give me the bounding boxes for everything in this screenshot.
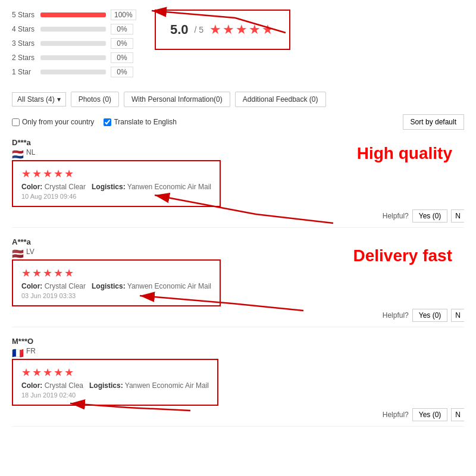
helpful-text: Helpful? bbox=[383, 212, 409, 220]
options-row: Only from your country Translate to Engl… bbox=[12, 114, 464, 130]
sort-button[interactable]: Sort by default bbox=[403, 114, 464, 130]
review-stars: ★★★★★ bbox=[21, 366, 209, 379]
rating-out-of: / 5 bbox=[195, 25, 204, 35]
reviewer-name: D***a bbox=[12, 138, 464, 147]
divider bbox=[12, 426, 464, 427]
rating-summary-box: 5.0 / 5 ★★★★★ bbox=[155, 10, 290, 50]
country-flag: 🇫🇷 bbox=[12, 347, 24, 355]
filter-tab[interactable]: Additional Feedback (0) bbox=[235, 92, 326, 107]
review-card: D***a 🇳🇱 NL ★★★★★ Color: Crystal Clear L… bbox=[12, 138, 464, 228]
bar-container bbox=[40, 12, 106, 17]
rating-row: 5 Stars 100% bbox=[12, 10, 143, 20]
main-container: 5 Stars 100% 4 Stars 0% 3 Stars 0% 2 Sta… bbox=[0, 0, 476, 446]
options-left: Only from your country Translate to Engl… bbox=[12, 118, 177, 126]
reviews-section: D***a 🇳🇱 NL ★★★★★ Color: Crystal Clear L… bbox=[12, 138, 464, 427]
rating-bars: 5 Stars 100% 4 Stars 0% 3 Stars 0% 2 Sta… bbox=[12, 10, 143, 81]
reviewer-name: A***a bbox=[12, 237, 464, 246]
divider bbox=[12, 327, 464, 327]
helpful-yes-button[interactable]: Yes (0) bbox=[412, 209, 448, 223]
ratings-section: 5 Stars 100% 4 Stars 0% 3 Stars 0% 2 Sta… bbox=[12, 10, 464, 81]
review-meta: Color: Crystal Clear Logistics: Yanwen E… bbox=[21, 183, 211, 191]
helpful-text: Helpful? bbox=[383, 311, 409, 320]
review-meta: Color: Crystal Clear Logistics: Yanwen E… bbox=[21, 282, 211, 290]
rating-label: 5 Stars bbox=[12, 11, 40, 19]
filter-tab[interactable]: With Personal Information(0) bbox=[124, 92, 230, 107]
rating-row: 2 Stars 0% bbox=[12, 52, 143, 63]
filter-tabs: All Stars (4) ▾ Photos (0)With Personal … bbox=[12, 92, 464, 107]
country-code: FR bbox=[26, 347, 36, 355]
helpful-no-button[interactable]: N bbox=[451, 408, 464, 421]
review-date: 03 Jun 2019 03:33 bbox=[21, 292, 211, 299]
rating-row: 1 Star 0% bbox=[12, 67, 143, 77]
translate-input[interactable] bbox=[104, 118, 111, 126]
country-code: NL bbox=[26, 148, 35, 156]
review-content-box: ★★★★★ Color: Crystal Clea Logistics: Yan… bbox=[12, 359, 218, 406]
helpful-text: Helpful? bbox=[383, 411, 409, 419]
helpful-row: Helpful? Yes (0) N bbox=[12, 408, 464, 421]
rating-label: 3 Stars bbox=[12, 39, 40, 48]
helpful-row: Helpful? Yes (0) N bbox=[12, 209, 464, 223]
helpful-row: Helpful? Yes (0) N bbox=[12, 309, 464, 322]
divider bbox=[12, 227, 464, 228]
review-meta: Color: Crystal Clea Logistics: Yanwen Ec… bbox=[21, 381, 209, 390]
helpful-no-button[interactable]: N bbox=[451, 209, 464, 223]
review-stars: ★★★★★ bbox=[21, 267, 211, 280]
rating-label: 4 Stars bbox=[12, 25, 40, 33]
review-content-box: ★★★★★ Color: Crystal Clear Logistics: Ya… bbox=[12, 259, 221, 306]
review-card: M***O 🇫🇷 FR ★★★★★ Color: Crystal Clea Lo… bbox=[12, 337, 464, 427]
page-wrapper: 5 Stars 100% 4 Stars 0% 3 Stars 0% 2 Sta… bbox=[0, 0, 476, 476]
reviewer-name: M***O bbox=[12, 337, 464, 346]
helpful-no-button[interactable]: N bbox=[451, 309, 464, 322]
all-stars-filter[interactable]: All Stars (4) ▾ bbox=[12, 92, 66, 107]
review-stars: ★★★★★ bbox=[21, 167, 211, 180]
bar-fill bbox=[40, 12, 106, 17]
bar-pct: 100% bbox=[111, 10, 136, 20]
rating-label: 2 Stars bbox=[12, 54, 40, 62]
helpful-yes-button[interactable]: Yes (0) bbox=[412, 408, 448, 421]
logistics-label: Logistics: bbox=[92, 282, 126, 290]
bar-container bbox=[40, 70, 106, 74]
only-country-input[interactable] bbox=[12, 118, 20, 126]
rating-row: 3 Stars 0% bbox=[12, 38, 143, 49]
country-code: LV bbox=[26, 248, 35, 256]
only-country-checkbox[interactable]: Only from your country bbox=[12, 118, 94, 126]
logistics-label: Logistics: bbox=[89, 381, 123, 390]
color-label: Color: bbox=[21, 381, 42, 390]
rating-score: 5.0 bbox=[170, 22, 189, 37]
color-label: Color: bbox=[21, 282, 42, 290]
bar-pct: 0% bbox=[111, 24, 133, 35]
reviewer-country: 🇫🇷 FR bbox=[12, 347, 464, 355]
bar-pct: 0% bbox=[111, 67, 133, 77]
rating-row: 4 Stars 0% bbox=[12, 24, 143, 35]
rating-label: 1 Star bbox=[12, 68, 40, 76]
filter-tab[interactable]: Photos (0) bbox=[71, 92, 119, 107]
bar-container bbox=[40, 27, 106, 32]
bar-container bbox=[40, 41, 106, 46]
bar-pct: 0% bbox=[111, 52, 133, 63]
reviewer-country: 🇳🇱 NL bbox=[12, 148, 464, 156]
review-card: A***a 🇱🇻 LV ★★★★★ Color: Crystal Clear L… bbox=[12, 237, 464, 327]
helpful-yes-button[interactable]: Yes (0) bbox=[412, 309, 448, 322]
country-flag: 🇳🇱 bbox=[12, 149, 24, 156]
review-date: 10 Aug 2019 09:46 bbox=[21, 193, 211, 200]
summary-stars: ★★★★★ bbox=[209, 22, 275, 37]
logistics-label: Logistics: bbox=[92, 183, 126, 191]
review-content-box: ★★★★★ Color: Crystal Clear Logistics: Ya… bbox=[12, 160, 221, 207]
reviewer-country: 🇱🇻 LV bbox=[12, 248, 464, 256]
bar-container bbox=[40, 55, 106, 60]
color-label: Color: bbox=[21, 183, 42, 191]
bar-pct: 0% bbox=[111, 38, 133, 49]
translate-checkbox[interactable]: Translate to English bbox=[104, 118, 177, 126]
country-flag: 🇱🇻 bbox=[12, 248, 24, 256]
review-date: 18 Jun 2019 02:40 bbox=[21, 392, 209, 399]
